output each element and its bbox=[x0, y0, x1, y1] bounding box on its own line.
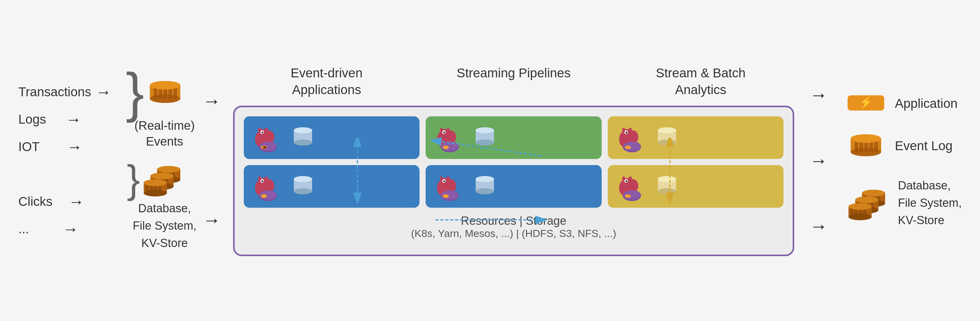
db-r1c1 bbox=[291, 125, 315, 150]
top-brace-group: } bbox=[126, 69, 185, 116]
input-row-iot: IOT → bbox=[18, 138, 111, 156]
column-headers: Event-drivenApplications Streaming Pipel… bbox=[233, 65, 794, 98]
arrow-clicks: → bbox=[68, 193, 84, 211]
squirrel-r2c3 bbox=[615, 171, 649, 202]
input-row-clicks: Clicks → bbox=[18, 193, 111, 211]
svg-point-75 bbox=[658, 139, 676, 145]
right-arrows: → → → bbox=[810, 84, 828, 237]
arrow-to-top: → bbox=[203, 90, 221, 111]
col-header-event-driven: Event-drivenApplications bbox=[233, 65, 420, 98]
db-label-left: Database,File System,KV-Store bbox=[133, 200, 196, 252]
top-brace: } bbox=[126, 69, 144, 116]
cell-r2c2 bbox=[426, 165, 601, 208]
cell-r1c2 bbox=[426, 116, 601, 159]
arrow-out-mid: → bbox=[810, 150, 828, 171]
input-label-logs: Logs bbox=[18, 112, 46, 127]
main-box: 🌰 bbox=[233, 106, 794, 256]
squirrel-r2c1 bbox=[251, 171, 285, 202]
input-row-ellipsis: ... → bbox=[18, 220, 111, 238]
outputs-section: ⚡ Application Event Log bbox=[846, 92, 962, 229]
cell-r1c3 bbox=[608, 116, 784, 159]
realtime-label: (Real-time)Events bbox=[135, 117, 195, 149]
svg-point-83 bbox=[258, 176, 261, 181]
svg-point-89 bbox=[294, 188, 312, 194]
svg-point-96 bbox=[443, 180, 445, 182]
svg-point-86 bbox=[261, 194, 267, 198]
output-label-app: Application bbox=[895, 96, 958, 111]
middle-section: Event-drivenApplications Streaming Pipel… bbox=[233, 65, 794, 256]
db-r2c1 bbox=[291, 174, 315, 199]
svg-point-32 bbox=[144, 179, 167, 186]
arrow-to-bottom: → bbox=[203, 210, 221, 231]
svg-point-97 bbox=[440, 176, 443, 181]
svg-point-58 bbox=[443, 145, 449, 149]
arrow-logs: → bbox=[65, 110, 81, 128]
cell-r2c3 bbox=[608, 165, 784, 208]
svg-point-48 bbox=[294, 127, 312, 133]
output-label-eventlog: Event Log bbox=[895, 139, 953, 153]
resources-text: Resources | Storage bbox=[244, 214, 784, 228]
svg-point-118 bbox=[658, 176, 676, 182]
col-header-streaming: Streaming Pipelines bbox=[420, 65, 607, 98]
svg-point-145 bbox=[862, 190, 885, 196]
svg-text:🌰: 🌰 bbox=[263, 145, 267, 149]
app-icon: ⚡ bbox=[846, 92, 886, 115]
arrow-transactions: → bbox=[95, 83, 111, 101]
bottom-brace: } bbox=[127, 162, 140, 196]
arrow-ellipsis: → bbox=[62, 220, 78, 238]
arrow-out-top: → bbox=[810, 84, 828, 105]
input-row-transactions: Transactions → bbox=[18, 83, 111, 101]
brace-section: } (Real-time)Events bbox=[115, 69, 196, 252]
svg-point-137 bbox=[851, 134, 881, 143]
event-log-output-icon bbox=[846, 133, 886, 159]
output-row-eventlog: Event Log bbox=[846, 133, 953, 159]
db-r2c2 bbox=[473, 174, 497, 199]
svg-point-24 bbox=[150, 173, 173, 179]
svg-point-70 bbox=[629, 128, 632, 133]
svg-point-72 bbox=[625, 145, 631, 149]
svg-point-39 bbox=[258, 128, 261, 133]
output-label-db: Database,File System,KV-Store bbox=[898, 177, 962, 229]
svg-point-56 bbox=[447, 128, 450, 133]
svg-point-40 bbox=[265, 128, 268, 133]
input-row-logs: Logs → bbox=[18, 110, 111, 128]
resources-label: Resources | Storage (K8s, Yarn, Mesos, .… bbox=[244, 214, 784, 239]
cell-r1c1: 🌰 bbox=[244, 116, 420, 159]
svg-point-69 bbox=[622, 128, 625, 133]
arrow-out-bot: → bbox=[810, 216, 828, 237]
svg-point-61 bbox=[476, 139, 494, 145]
svg-point-47 bbox=[294, 139, 312, 145]
db-r1c2 bbox=[473, 125, 497, 150]
svg-point-103 bbox=[476, 188, 494, 194]
svg-point-90 bbox=[294, 176, 312, 182]
input-label-ellipsis: ... bbox=[18, 222, 29, 236]
squirrel-r1c3 bbox=[615, 122, 649, 153]
col-header-analytics: Stream & BatchAnalytics bbox=[607, 65, 794, 98]
diagram: Transactions → Logs → IOT → Clicks → ...… bbox=[0, 0, 980, 321]
svg-point-100 bbox=[443, 194, 449, 198]
svg-point-54 bbox=[443, 131, 445, 133]
svg-point-68 bbox=[625, 131, 627, 133]
svg-point-104 bbox=[476, 176, 494, 182]
svg-point-55 bbox=[440, 128, 443, 133]
inputs-list: Transactions → Logs → IOT → Clicks → ...… bbox=[18, 83, 111, 238]
resources-sub: (K8s, Yarn, Mesos, ...) | (HDFS, S3, NFS… bbox=[244, 228, 784, 239]
svg-point-84 bbox=[265, 176, 268, 181]
svg-point-62 bbox=[476, 127, 494, 133]
output-row-db: Database,File System,KV-Store bbox=[846, 177, 962, 229]
event-log-icon bbox=[145, 80, 185, 105]
svg-text:⚡: ⚡ bbox=[859, 96, 873, 109]
svg-point-161 bbox=[848, 203, 872, 210]
svg-point-16 bbox=[157, 166, 180, 173]
input-label-clicks: Clicks bbox=[18, 194, 52, 209]
db-output-icon bbox=[846, 184, 889, 222]
svg-point-153 bbox=[855, 196, 878, 203]
svg-point-114 bbox=[625, 194, 631, 198]
svg-point-112 bbox=[629, 176, 632, 181]
squirrel-r1c2 bbox=[433, 122, 466, 153]
db-stack-icon bbox=[141, 160, 184, 198]
svg-point-8 bbox=[150, 81, 180, 90]
output-row-app: ⚡ Application bbox=[846, 92, 958, 115]
svg-point-76 bbox=[658, 127, 676, 133]
db-r1c3 bbox=[655, 125, 679, 150]
